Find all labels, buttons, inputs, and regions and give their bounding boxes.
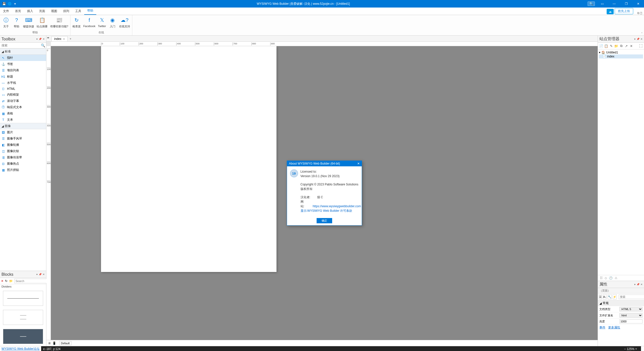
search-icon[interactable]: 🔍 <box>41 43 45 47</box>
maximize-button[interactable]: ❐ <box>620 0 632 8</box>
prop-doctype-select[interactable]: HTML 5 <box>619 307 642 311</box>
props-wrench-icon[interactable]: 🔧 <box>608 294 612 299</box>
blocks-delete-icon[interactable]: ✕ <box>1 279 4 283</box>
toolbox-item-pointer[interactable]: ↖指针 <box>0 55 46 61</box>
toolbox-item-heading[interactable]: H1标题 <box>0 74 46 80</box>
globe-icon[interactable]: 🌐 <box>8 2 12 6</box>
cloud-button[interactable]: ☁ <box>607 9 614 14</box>
dialog-close-icon[interactable]: ✕ <box>357 162 360 165</box>
toolbox-item-responsive[interactable]: Ⓣ响应式文本 <box>0 104 46 110</box>
sitemap-icon[interactable]: ☷ <box>600 276 603 280</box>
menu-help[interactable]: 帮助 <box>84 7 96 15</box>
toolbox-item-compare[interactable]: ◫图像比较 <box>0 148 46 154</box>
tree-root[interactable]: ▾🏠Untitled1 <box>599 50 643 54</box>
upload-button[interactable]: 抢先上传 <box>615 8 633 14</box>
license-link[interactable]: 显示:WYSIWYG Web Builder 许可条款 <box>301 209 352 213</box>
toolbox-item-hr[interactable]: —水平线 <box>0 80 46 86</box>
toolbox-item-image[interactable]: 🖼图片 <box>0 129 46 135</box>
props-lightning-icon[interactable]: ⚡ <box>613 294 617 299</box>
tab-index[interactable]: index✕ <box>51 36 68 41</box>
ribbon-options-icon[interactable]: ⧉ ⍰ <box>635 11 644 15</box>
tab-add[interactable]: + <box>68 36 73 41</box>
sm-clone-icon[interactable]: ⧉ <box>619 44 623 48</box>
sm-edit-icon[interactable]: ✎ <box>609 44 613 48</box>
toolbox-cat-standard[interactable]: ◢标准 <box>0 48 46 55</box>
props-search-input[interactable] <box>619 295 644 299</box>
save-icon[interactable]: 💾 <box>2 2 6 6</box>
sm-copy-icon[interactable]: 📋 <box>604 44 608 48</box>
menu-tools[interactable]: 工具 <box>72 8 84 15</box>
ribbon-support[interactable]: ☁?在线支持 <box>118 16 131 29</box>
tree-page-index[interactable]: 📄index <box>599 54 643 58</box>
props-more-link[interactable]: 更多属性 <box>608 326 620 329</box>
toolbox-pin-icon[interactable]: 📌 <box>39 38 42 40</box>
menu-file[interactable]: 文件 <box>0 8 12 15</box>
sm-pin-icon[interactable]: 📌 <box>636 38 639 40</box>
ribbon-getting[interactable]: ◉入门 <box>108 16 118 29</box>
ribbon-mode-icon[interactable]: ▭ <box>596 0 608 8</box>
menu-arrange[interactable]: 排列 <box>60 8 72 15</box>
blocks-refresh-icon[interactable]: ↻ <box>5 279 8 283</box>
sm-folder-icon[interactable]: 📁 <box>614 44 618 48</box>
blocks-search-input[interactable] <box>14 279 51 283</box>
prop-ext-select[interactable]: html <box>619 313 642 318</box>
canvas[interactable]: About WYSIWYG Web Builder (64-bit) ✕ 19 … <box>51 46 598 340</box>
warning-icon[interactable]: ⚠ <box>615 276 617 280</box>
zoom-in-icon[interactable]: + <box>635 347 637 351</box>
menu-home[interactable]: 首页 <box>12 8 24 15</box>
ribbon-collapse-icon[interactable]: ˄ <box>641 32 642 35</box>
block-preview-3[interactable]: ━━━━━ <box>3 329 43 344</box>
website-link[interactable]: https://www.wysiwygwebbuilder.com <box>313 204 361 208</box>
toolbox-item-collage[interactable]: ▦照片拼贴 <box>0 167 46 173</box>
props-cat-general[interactable]: ◢常规 <box>598 300 644 306</box>
ribbon-summary[interactable]: 📋站点摘要 <box>36 16 49 29</box>
sm-delete-icon[interactable]: ✕ <box>629 44 633 48</box>
sm-dropdown-icon[interactable]: ▾ <box>634 38 635 40</box>
ribbon-checkupdate[interactable]: ↻检查更 <box>71 16 82 29</box>
blocks-category[interactable]: Dividers <box>0 284 46 289</box>
clock-icon[interactable]: 🕐 <box>609 276 613 280</box>
toolbox-cat-images[interactable]: ◢图像 <box>0 123 46 129</box>
props-pin-icon[interactable]: 📌 <box>636 283 639 286</box>
ribbon-twitter[interactable]: 𝕏Twitter <box>97 16 107 29</box>
toolbox-item-hotspot[interactable]: ⊡图像热点 <box>0 161 46 167</box>
minimize-button[interactable]: — <box>608 0 620 8</box>
toolbox-close-icon[interactable]: ✕ <box>43 38 45 40</box>
ribbon-about[interactable]: ⓘ关于 <box>1 16 11 29</box>
ribbon-help[interactable]: ?帮助 <box>12 16 22 29</box>
zoom-out-icon[interactable]: − <box>624 347 626 351</box>
props-categorized-icon[interactable]: ☰ <box>599 294 602 299</box>
view-desktop-icon[interactable]: 🖥 <box>48 341 51 345</box>
prop-height-input[interactable] <box>619 319 642 323</box>
ribbon-whatsnew[interactable]: 📰有哪些新功能? <box>49 16 69 29</box>
tab-nav-icon[interactable]: ◂▸ <box>47 36 49 39</box>
menu-view[interactable]: 视图 <box>48 8 60 15</box>
blocks-pin-icon[interactable]: 📌 <box>39 273 42 276</box>
menu-insert[interactable]: 插入 <box>24 8 36 15</box>
qat-dropdown-icon[interactable]: ▾ <box>13 2 17 6</box>
sm-close-icon[interactable]: ✕ <box>640 38 642 40</box>
view-mobile-icon[interactable]: 📱 <box>52 341 56 345</box>
props-close-icon[interactable]: ✕ <box>640 283 642 286</box>
toolbox-item-carousel[interactable]: ◧图像轮播 <box>0 142 46 148</box>
toolbox-item-bookmark[interactable]: ⚓书签 <box>0 61 46 67</box>
blocks-folder-icon[interactable]: 📁 <box>9 279 13 283</box>
toolbox-item-iframe[interactable]: ▭内联框架 <box>0 92 46 98</box>
toolbox-item-table[interactable]: ▦表格 <box>0 110 46 117</box>
toolbox-item-bulletlist[interactable]: ☰项目列表 <box>0 67 46 74</box>
sm-expand-icon[interactable]: ⛶ <box>638 44 643 48</box>
props-dropdown-icon[interactable]: ▾ <box>634 283 635 286</box>
close-button[interactable]: ✕ <box>632 0 644 8</box>
blocks-dropdown-icon[interactable]: ▾ <box>36 273 38 276</box>
toolbox-item-conveyor[interactable]: ⇶图像传送带 <box>0 154 46 161</box>
props-events-link[interactable]: 事件 <box>599 326 605 329</box>
ribbon-facebook[interactable]: fFacebook <box>82 16 96 29</box>
blocks-close-icon[interactable]: ✕ <box>43 273 45 276</box>
breakpoint-default[interactable]: Default <box>59 341 71 345</box>
props-alpha-icon[interactable]: A↓ <box>603 294 607 299</box>
toolbox-item-accordion[interactable]: ☰图像手风琴 <box>0 135 46 142</box>
toolbox-item-html[interactable]: ⟨⟩HTML <box>0 86 46 92</box>
tag-icon[interactable]: ◇ <box>605 276 607 280</box>
tab-close-icon[interactable]: ✕ <box>63 38 65 40</box>
ribbon-shortcuts[interactable]: ⌨键盘快捷 <box>22 16 35 29</box>
